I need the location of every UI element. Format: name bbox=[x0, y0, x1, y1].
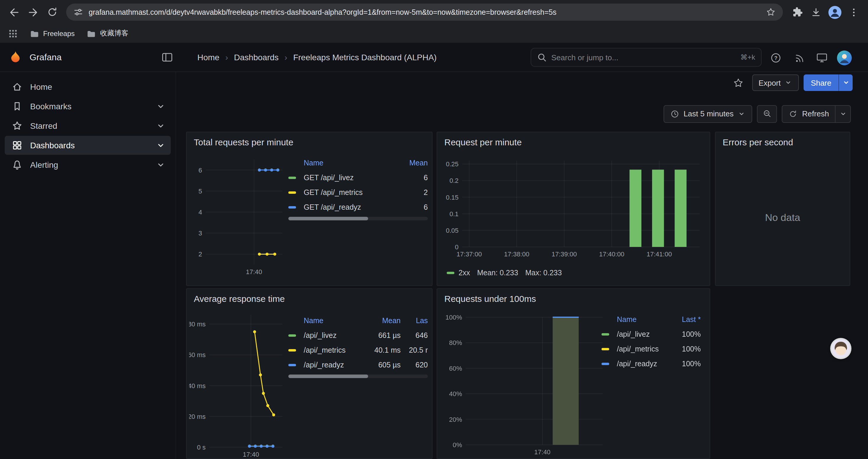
legend-row[interactable]: /api/_readyz 100% bbox=[601, 356, 701, 371]
url-bar[interactable]: grafana.mathmast.com/d/deytv4rwavabkb/fr… bbox=[66, 4, 783, 21]
svg-text:5: 5 bbox=[198, 188, 202, 195]
series-last: 100% bbox=[675, 359, 701, 368]
brand-title[interactable]: Grafana bbox=[30, 52, 61, 62]
refresh-interval-button[interactable] bbox=[835, 105, 850, 122]
legend-col-name[interactable]: Name bbox=[304, 317, 366, 325]
panel-title[interactable]: Requests under 100ms bbox=[444, 294, 536, 304]
svg-text:0.1: 0.1 bbox=[450, 210, 459, 218]
legend-row[interactable]: /api/_livez 661 µs 646 bbox=[288, 328, 428, 342]
legend-row[interactable]: /api/_metrics 40.1 ms 20.5 r bbox=[288, 342, 428, 357]
chevron-down-icon[interactable] bbox=[155, 121, 166, 131]
series-mean: 6 bbox=[402, 203, 428, 211]
series-mean: 40.1 ms bbox=[370, 346, 401, 354]
panel-title[interactable]: Request per minute bbox=[444, 137, 522, 147]
browser-profile-button[interactable] bbox=[827, 4, 843, 21]
sidebar-item-bookmarks[interactable]: Bookmarks bbox=[5, 97, 171, 116]
svg-text:0.2: 0.2 bbox=[450, 177, 459, 184]
legend-row[interactable]: GET /api/_readyz 6 bbox=[288, 200, 428, 215]
breadcrumb-home[interactable]: Home bbox=[197, 53, 219, 62]
legend-row[interactable]: GET /api/_metrics 2 bbox=[288, 185, 428, 200]
sidebar-item-home[interactable]: Home bbox=[5, 77, 171, 96]
sidebar-toggle-button[interactable] bbox=[161, 51, 174, 64]
legend-col-name[interactable]: Name bbox=[617, 316, 671, 324]
site-info-icon[interactable] bbox=[73, 7, 83, 17]
avg-response-time-chart[interactable]: 80 ms60 ms40 ms20 ms0 s17:40 bbox=[189, 308, 286, 459]
help-button[interactable]: ? bbox=[768, 50, 783, 66]
legend-item[interactable]: 2xx bbox=[447, 269, 470, 277]
legend-row[interactable]: /api/_readyz 605 µs 620 bbox=[288, 357, 428, 372]
chevron-down-icon[interactable] bbox=[155, 160, 166, 170]
breadcrumb-separator: › bbox=[284, 53, 287, 62]
favorite-dashboard-button[interactable] bbox=[730, 74, 747, 91]
search-input[interactable] bbox=[551, 53, 736, 62]
panel-title[interactable]: Errors per second bbox=[723, 137, 793, 147]
downloads-button[interactable] bbox=[808, 4, 824, 21]
series-name[interactable]: /api/_readyz bbox=[617, 359, 671, 368]
legend-col-last[interactable]: Las bbox=[404, 317, 428, 325]
browser-menu-button[interactable] bbox=[845, 4, 862, 21]
svg-text:17:37:00: 17:37:00 bbox=[457, 251, 482, 258]
legend-horizontal-scrollbar[interactable] bbox=[288, 374, 428, 378]
sidebar-item-starred[interactable]: Starred bbox=[5, 117, 171, 135]
legend-col-mean[interactable]: Mean bbox=[370, 317, 401, 325]
panel-title[interactable]: Total requests per minute bbox=[194, 137, 293, 147]
legend-col-last[interactable]: Last * bbox=[675, 316, 701, 324]
grafana-logo[interactable] bbox=[8, 50, 23, 64]
panel-title[interactable]: Average response time bbox=[194, 294, 285, 304]
star-icon bbox=[12, 121, 23, 131]
chevron-down-icon[interactable] bbox=[155, 140, 166, 151]
time-range-picker[interactable]: Last 5 minutes bbox=[663, 105, 752, 123]
url-text[interactable]: grafana.mathmast.com/d/deytv4rwavabkb/fr… bbox=[89, 8, 761, 16]
bookmark-star-icon[interactable] bbox=[766, 7, 776, 17]
back-button[interactable] bbox=[6, 4, 23, 21]
series-name[interactable]: /api/_metrics bbox=[617, 345, 671, 353]
series-name[interactable]: 2xx bbox=[459, 269, 470, 277]
total-requests-chart[interactable]: 6543217:40 bbox=[189, 153, 286, 285]
bookmark-folder-freeleaps[interactable]: Freeleaps bbox=[30, 29, 75, 38]
forward-button[interactable] bbox=[25, 4, 41, 21]
breadcrumb-dashboards[interactable]: Dashboards bbox=[234, 53, 279, 62]
legend-col-mean[interactable]: Mean bbox=[402, 159, 428, 167]
sidebar-item-alerting[interactable]: Alerting bbox=[5, 155, 171, 174]
series-last: 20.5 r bbox=[404, 346, 428, 354]
news-button[interactable] bbox=[792, 50, 807, 66]
refresh-button[interactable]: Refresh bbox=[783, 105, 835, 122]
legend-horizontal-scrollbar[interactable] bbox=[288, 217, 428, 220]
extensions-button[interactable] bbox=[789, 4, 805, 21]
scrollbar-thumb[interactable] bbox=[288, 374, 368, 378]
series-name[interactable]: GET /api/_readyz bbox=[304, 203, 398, 211]
legend-row[interactable]: /api/_livez 100% bbox=[601, 327, 701, 341]
share-button[interactable]: Share bbox=[804, 74, 838, 91]
breadcrumb: Home › Dashboards › Freeleaps Metrics Da… bbox=[197, 53, 437, 62]
svg-text:80 ms: 80 ms bbox=[189, 321, 206, 328]
series-color-swatch bbox=[288, 191, 296, 193]
kiosk-button[interactable] bbox=[814, 50, 830, 66]
series-name[interactable]: /api/_livez bbox=[304, 331, 366, 339]
search-box[interactable]: ⌘+k bbox=[531, 48, 762, 67]
zoom-out-button[interactable] bbox=[757, 105, 777, 123]
scrollbar-thumb[interactable] bbox=[288, 217, 368, 220]
share-menu-button[interactable] bbox=[838, 74, 852, 91]
request-per-minute-chart[interactable]: 0.250.20.150.10.05017:37:0017:38:0017:39… bbox=[441, 153, 707, 269]
reload-button[interactable] bbox=[44, 4, 60, 21]
requests-under-100ms-chart[interactable]: 100%80%60%40%20%0%17:40 bbox=[441, 308, 611, 459]
bookmark-folder-blogs[interactable]: 收藏博客 bbox=[87, 28, 128, 38]
svg-text:17:40: 17:40 bbox=[246, 268, 262, 275]
assistant-avatar[interactable] bbox=[831, 339, 850, 358]
chevron-down-icon[interactable] bbox=[155, 101, 166, 112]
legend-row[interactable]: /api/_metrics 100% bbox=[601, 341, 701, 356]
legend-col-name[interactable]: Name bbox=[304, 159, 398, 167]
series-name[interactable]: /api/_livez bbox=[617, 330, 671, 338]
apps-shortcut-icon[interactable] bbox=[8, 29, 18, 38]
series-name[interactable]: /api/_readyz bbox=[304, 361, 366, 369]
sidebar-item-dashboards[interactable]: Dashboards bbox=[5, 136, 171, 155]
user-avatar[interactable] bbox=[837, 50, 852, 66]
folder-icon bbox=[87, 29, 96, 38]
series-name[interactable]: GET /api/_metrics bbox=[304, 188, 398, 196]
export-button[interactable]: Export bbox=[752, 74, 799, 91]
search-icon bbox=[537, 53, 547, 62]
legend-row[interactable]: GET /api/_livez 6 bbox=[288, 170, 428, 185]
series-name[interactable]: GET /api/_livez bbox=[304, 173, 398, 182]
no-data-message: No data bbox=[716, 150, 850, 285]
series-name[interactable]: /api/_metrics bbox=[304, 346, 366, 354]
